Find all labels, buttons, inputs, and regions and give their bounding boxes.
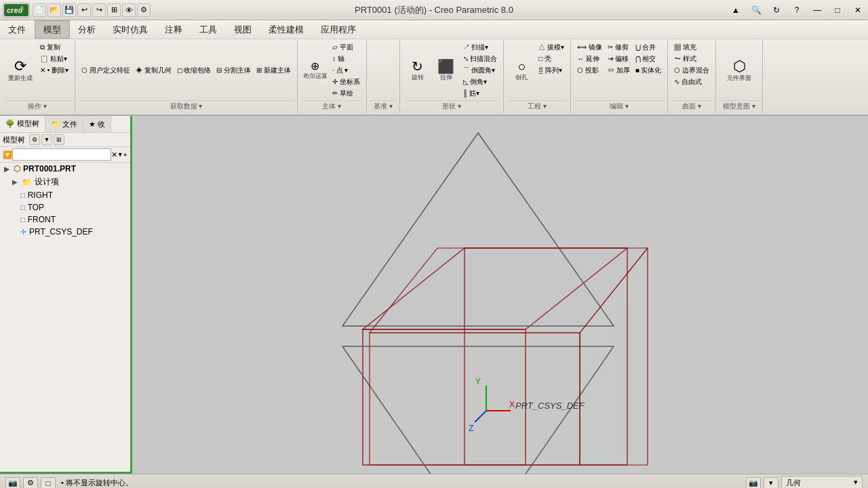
extrude-button[interactable]: ⬛ 拉伸 bbox=[433, 42, 460, 99]
revolve-button[interactable]: ↻ 旋转 bbox=[404, 42, 431, 99]
user-feature-button[interactable]: ⬡ 用户定义特征 bbox=[79, 42, 132, 99]
right-label: RIGHT bbox=[28, 190, 53, 200]
split-body-button[interactable]: ⊟ 分割主体 bbox=[214, 42, 253, 99]
point-button[interactable]: · 点 ▾ bbox=[330, 65, 362, 76]
help-icon[interactable]: ? bbox=[787, 0, 807, 20]
tab-files[interactable]: 📁 文件 bbox=[45, 116, 83, 132]
style-button[interactable]: 〜 样式 bbox=[672, 54, 711, 64]
boundary-blend-button[interactable]: ⬡ 边界混合 bbox=[672, 65, 711, 76]
new-body-button[interactable]: ⊞ 新建主体 bbox=[254, 42, 293, 99]
camera-icon[interactable]: 📷 bbox=[5, 477, 20, 489]
tree-expand-icon[interactable]: ⊞ bbox=[54, 134, 64, 145]
copy-button[interactable]: ⧉ 复制 bbox=[38, 42, 71, 53]
thicken-button[interactable]: ⇔ 加厚 bbox=[606, 65, 632, 76]
draft-button[interactable]: △ 拔模▾ bbox=[536, 42, 566, 53]
tab-favorites[interactable]: ★ 收 bbox=[83, 116, 111, 132]
plane-button[interactable]: ▱ 平面 bbox=[330, 42, 362, 53]
display-icon[interactable]: □ bbox=[41, 477, 56, 489]
tree-item-front[interactable]: □ FRONT bbox=[0, 214, 130, 226]
redo-icon[interactable]: ↪ bbox=[92, 3, 106, 17]
component-interface-button[interactable]: ⬡ 元件界面 bbox=[726, 42, 753, 99]
regen-icon[interactable]: ⊞ bbox=[107, 3, 121, 17]
status-dropdown-arrow[interactable]: ▾ bbox=[764, 477, 778, 489]
edit-label[interactable]: 编辑 ▾ bbox=[575, 100, 663, 112]
menu-simulation[interactable]: 实时仿真 bbox=[104, 20, 157, 39]
geometry-selector[interactable]: 几何 ▾ bbox=[781, 476, 863, 488]
shrinkwrap-button[interactable]: ◻ 收缩包络 bbox=[175, 42, 214, 99]
round-button[interactable]: ⌒ 倒圆角▾ bbox=[461, 65, 500, 76]
freestyle-button[interactable]: ∿ 自由式 bbox=[672, 77, 711, 87]
surface-label[interactable]: 曲面 ▾ bbox=[672, 100, 711, 112]
blend-sweep-button[interactable]: ⤡ 扫描混合 bbox=[461, 54, 500, 64]
view-icon[interactable]: 👁 bbox=[122, 3, 136, 17]
add-filter-icon[interactable]: + bbox=[123, 150, 127, 159]
tree-item-top[interactable]: □ TOP bbox=[0, 201, 130, 214]
rib-button[interactable]: ║ 筋▾ bbox=[461, 88, 500, 99]
datum-label[interactable]: 基准 ▾ bbox=[371, 100, 395, 112]
fill-button[interactable]: ▦ 填充 bbox=[672, 42, 711, 53]
menu-tools[interactable]: 工具 bbox=[191, 20, 226, 39]
new-file-icon[interactable]: 📄 bbox=[33, 3, 46, 17]
search-dropdown-icon[interactable]: ▼ bbox=[117, 151, 123, 158]
delete-button[interactable]: ✕ • 删除▾ bbox=[38, 65, 71, 76]
geometry-dropdown-icon: ▾ bbox=[854, 478, 858, 487]
trim-button[interactable]: ✂ 修剪 bbox=[606, 42, 632, 53]
tab-model-tree[interactable]: 🌳 模型树 bbox=[0, 116, 45, 132]
intent-label[interactable]: 模型意图 ▾ bbox=[720, 100, 758, 112]
tree-filter-icon[interactable]: ▼ bbox=[41, 134, 52, 145]
close-button[interactable]: ✕ bbox=[848, 0, 868, 20]
plane-icon: □ bbox=[20, 191, 25, 199]
search-icon[interactable]: 🔍 bbox=[746, 0, 766, 20]
mirror-button[interactable]: ⟺ 镜像 bbox=[575, 42, 604, 53]
open-file-icon[interactable]: 📂 bbox=[47, 3, 61, 17]
refresh-icon[interactable]: ↻ bbox=[766, 0, 787, 20]
tree-item-prt0001[interactable]: ▶ ⬡ PRT0001.PRT bbox=[0, 163, 130, 175]
menu-flexible[interactable]: 柔性建模 bbox=[260, 20, 313, 39]
body-label[interactable]: 主体 ▾ bbox=[302, 100, 362, 112]
intersect-button[interactable]: ⋂ 相交 bbox=[633, 54, 664, 64]
tree-settings-icon[interactable]: ⚙ bbox=[29, 134, 40, 145]
status-camera-button[interactable]: 📷 bbox=[746, 477, 761, 489]
shape-label[interactable]: 形状 ▾ bbox=[404, 100, 500, 112]
paste-button[interactable]: 📋 粘贴▾ bbox=[38, 54, 71, 64]
tree-search-input[interactable] bbox=[12, 148, 111, 161]
maximize-button[interactable]: □ bbox=[827, 0, 848, 20]
arrow-up-icon[interactable]: ▲ bbox=[726, 0, 746, 20]
sweep-button[interactable]: ↗ 扫描▾ bbox=[461, 42, 500, 53]
solidify-button[interactable]: ■ 实体化 bbox=[633, 65, 664, 76]
boolean-button[interactable]: ⊕ 布尔运算 bbox=[302, 42, 329, 99]
axis-button[interactable]: ↕ 轴 bbox=[330, 54, 362, 64]
tree-item-csys[interactable]: ✛ PRT_CSYS_DEF bbox=[0, 226, 130, 238]
engineering-label[interactable]: 工程 ▾ bbox=[508, 100, 566, 112]
undo-icon[interactable]: ↩ bbox=[77, 3, 91, 17]
shell-button[interactable]: □ 壳 bbox=[536, 54, 566, 64]
chamfer-button[interactable]: ◺ 倒角▾ bbox=[461, 77, 500, 87]
minimize-button[interactable]: — bbox=[807, 0, 827, 20]
sketch-button[interactable]: ✏ 草绘 bbox=[330, 88, 362, 99]
search-clear-icon[interactable]: ✕ bbox=[111, 150, 117, 159]
regenerate-button[interactable]: ⟳ 重新生成 bbox=[4, 42, 37, 99]
files-label: 文件 bbox=[62, 119, 77, 129]
tree-item-right[interactable]: □ RIGHT bbox=[0, 189, 130, 201]
menu-annotation[interactable]: 注释 bbox=[157, 20, 191, 39]
viewport[interactable]: 🔍 🔍− 🔍□ ⊕ ↗ □ ☰ ⊡ ✏ ✦ ◈ ⊕ ⊗ ⏸ ▶ bbox=[132, 116, 868, 474]
menu-analysis[interactable]: 分析 bbox=[70, 20, 104, 39]
project-button[interactable]: ⬡ 投影 bbox=[575, 65, 604, 76]
extend-button[interactable]: ↔ 延伸 bbox=[575, 54, 604, 64]
menu-model[interactable]: 模型 bbox=[35, 20, 70, 39]
menu-apps[interactable]: 应用程序 bbox=[313, 20, 365, 39]
settings-icon[interactable]: ⚙ bbox=[23, 477, 38, 489]
offset-button[interactable]: ⇥ 偏移 bbox=[606, 54, 632, 64]
csys-button[interactable]: ✛ 坐标系 bbox=[330, 77, 362, 87]
save-icon[interactable]: 💾 bbox=[62, 3, 76, 17]
operations-label[interactable]: 操作 ▾ bbox=[4, 100, 71, 112]
copy-geometry-button[interactable]: ◈ 复制几何 bbox=[134, 42, 174, 99]
hole-button[interactable]: ○ 创孔 bbox=[508, 42, 535, 99]
data-label[interactable]: 获取数据 ▾ bbox=[79, 100, 293, 112]
settings-icon[interactable]: ⚙ bbox=[137, 3, 151, 17]
merge-button[interactable]: ⋃ 合并 bbox=[633, 42, 664, 53]
menu-file[interactable]: 文件 bbox=[0, 20, 35, 39]
tree-item-design[interactable]: ▶ 📁 设计项 bbox=[0, 175, 130, 189]
menu-view[interactable]: 视图 bbox=[226, 20, 260, 39]
pattern-button[interactable]: ⣿ 阵列▾ bbox=[536, 65, 566, 76]
